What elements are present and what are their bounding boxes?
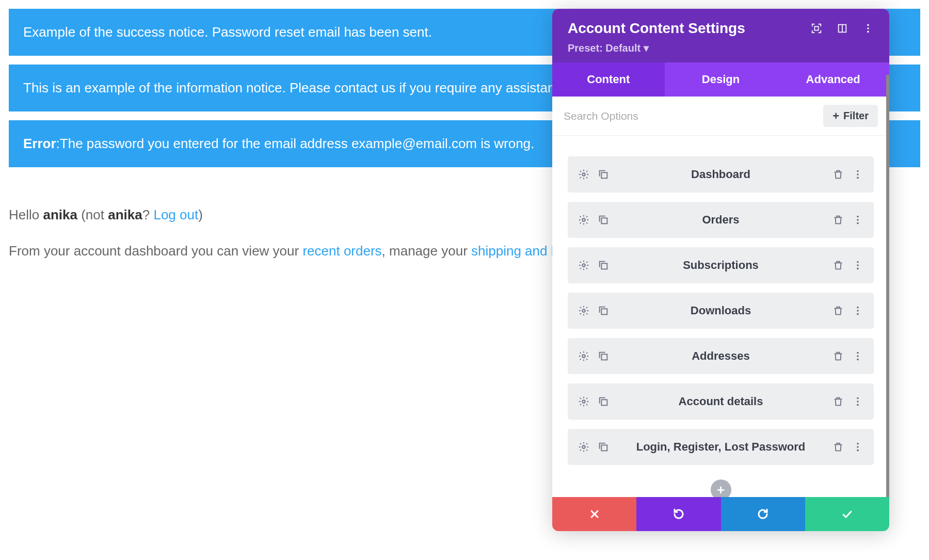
content-item[interactable]: Subscriptions bbox=[568, 247, 874, 283]
dash-line2b: , manage your bbox=[382, 243, 471, 259]
item-label: Addresses bbox=[609, 349, 832, 363]
tab-content[interactable]: Content bbox=[552, 62, 665, 97]
more-icon[interactable] bbox=[852, 396, 863, 407]
hello-prefix: Hello bbox=[9, 207, 43, 222]
cancel-button[interactable] bbox=[552, 497, 636, 531]
svg-point-9 bbox=[857, 173, 859, 175]
svg-point-13 bbox=[857, 216, 859, 218]
svg-point-40 bbox=[857, 450, 859, 452]
trash-icon[interactable] bbox=[832, 169, 844, 180]
duplicate-icon[interactable] bbox=[598, 305, 609, 316]
notice-error-label: Error bbox=[23, 136, 56, 151]
svg-point-36 bbox=[582, 445, 585, 449]
preset-dropdown[interactable]: Preset: Default ▾ bbox=[568, 42, 649, 54]
svg-point-16 bbox=[582, 264, 585, 267]
preset-label: Preset: Default bbox=[568, 42, 640, 54]
tab-advanced[interactable]: Advanced bbox=[777, 62, 889, 97]
notice-info-text: This is an example of the information no… bbox=[23, 80, 573, 95]
more-icon[interactable] bbox=[852, 350, 863, 362]
svg-point-3 bbox=[867, 24, 869, 26]
content-item[interactable]: Account details bbox=[568, 383, 874, 420]
duplicate-icon[interactable] bbox=[598, 169, 609, 180]
duplicate-icon[interactable] bbox=[598, 260, 609, 271]
trash-icon[interactable] bbox=[832, 214, 844, 226]
svg-point-4 bbox=[867, 27, 869, 29]
trash-icon[interactable] bbox=[832, 260, 844, 271]
svg-point-5 bbox=[867, 31, 869, 33]
gear-icon[interactable] bbox=[578, 214, 589, 226]
more-icon[interactable] bbox=[852, 305, 863, 316]
undo-button[interactable] bbox=[636, 497, 720, 531]
panel-footer bbox=[552, 497, 889, 531]
svg-point-35 bbox=[857, 404, 859, 406]
trash-icon[interactable] bbox=[832, 350, 844, 362]
svg-point-20 bbox=[857, 268, 859, 270]
more-icon[interactable] bbox=[862, 23, 874, 34]
more-icon[interactable] bbox=[852, 169, 863, 180]
tab-design[interactable]: Design bbox=[665, 62, 777, 97]
redo-button[interactable] bbox=[721, 497, 805, 531]
filter-button[interactable]: + Filter bbox=[823, 105, 878, 127]
svg-rect-17 bbox=[601, 263, 607, 269]
svg-point-38 bbox=[857, 443, 859, 445]
svg-point-31 bbox=[582, 400, 585, 403]
settings-panel: Account Content Settings Preset: Default… bbox=[552, 9, 889, 531]
panel-header: Account Content Settings Preset: Default… bbox=[552, 9, 889, 62]
more-icon[interactable] bbox=[852, 260, 863, 271]
gear-icon[interactable] bbox=[578, 396, 589, 407]
search-row: + Filter bbox=[552, 97, 889, 136]
gear-icon[interactable] bbox=[578, 169, 589, 180]
search-input[interactable] bbox=[564, 110, 823, 122]
svg-point-19 bbox=[857, 264, 859, 266]
notice-success-text: Example of the success notice. Password … bbox=[23, 24, 432, 40]
svg-point-28 bbox=[857, 352, 859, 354]
svg-point-18 bbox=[857, 261, 859, 263]
duplicate-icon[interactable] bbox=[598, 214, 609, 226]
scrollbar[interactable] bbox=[886, 75, 889, 497]
more-icon[interactable] bbox=[852, 214, 863, 226]
svg-rect-12 bbox=[601, 218, 607, 223]
item-label: Orders bbox=[609, 213, 832, 227]
content-item[interactable]: Dashboard bbox=[568, 156, 874, 193]
item-label: Downloads bbox=[609, 304, 832, 317]
panel-tabs: Content Design Advanced bbox=[552, 62, 889, 97]
duplicate-icon[interactable] bbox=[598, 441, 609, 453]
gear-icon[interactable] bbox=[578, 441, 589, 453]
content-item[interactable]: Addresses bbox=[568, 338, 874, 374]
svg-point-29 bbox=[857, 355, 859, 357]
expand-icon[interactable] bbox=[811, 23, 822, 34]
panel-title: Account Content Settings bbox=[568, 20, 745, 37]
add-item-button[interactable]: + bbox=[711, 479, 731, 497]
duplicate-icon[interactable] bbox=[598, 396, 609, 407]
svg-rect-0 bbox=[814, 26, 818, 30]
content-item[interactable]: Downloads bbox=[568, 293, 874, 329]
svg-rect-37 bbox=[601, 445, 607, 451]
svg-point-24 bbox=[857, 310, 859, 312]
trash-icon[interactable] bbox=[832, 441, 844, 453]
svg-point-33 bbox=[857, 397, 859, 399]
trash-icon[interactable] bbox=[832, 396, 844, 407]
logout-link[interactable]: Log out bbox=[153, 207, 198, 222]
duplicate-icon[interactable] bbox=[598, 350, 609, 362]
gear-icon[interactable] bbox=[578, 305, 589, 316]
content-item[interactable]: Login, Register, Lost Password bbox=[568, 429, 874, 465]
recent-orders-link[interactable]: recent orders bbox=[302, 243, 381, 259]
chevron-down-icon: ▾ bbox=[644, 42, 649, 54]
not-open: (not bbox=[77, 207, 108, 222]
trash-icon[interactable] bbox=[832, 305, 844, 316]
gear-icon[interactable] bbox=[578, 350, 589, 362]
svg-point-15 bbox=[857, 222, 859, 225]
username-1: anika bbox=[43, 207, 77, 222]
svg-rect-27 bbox=[601, 354, 607, 360]
plus-icon: + bbox=[832, 110, 839, 122]
content-item[interactable]: Orders bbox=[568, 202, 874, 238]
snap-icon[interactable] bbox=[837, 23, 848, 34]
username-2: anika bbox=[108, 207, 142, 222]
svg-point-14 bbox=[857, 219, 859, 221]
question-mark: ? bbox=[142, 207, 154, 222]
gear-icon[interactable] bbox=[578, 260, 589, 271]
more-icon[interactable] bbox=[852, 441, 863, 453]
item-label: Login, Register, Lost Password bbox=[609, 440, 832, 454]
paren-close: ) bbox=[198, 207, 203, 222]
save-button[interactable] bbox=[805, 497, 889, 531]
